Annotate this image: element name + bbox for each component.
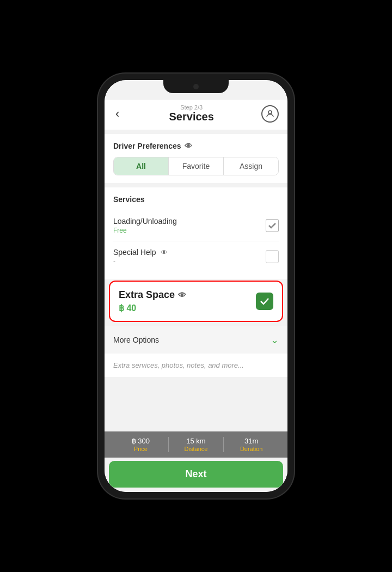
price-value: ฿ 300 [132, 437, 150, 445]
distance-value: 15 km [186, 437, 205, 445]
service-loading-price: Free [113, 227, 177, 234]
special-help-eye-icon: 👁 [161, 248, 168, 257]
price-label: Price [134, 446, 148, 452]
tab-favorite[interactable]: Favorite [169, 157, 224, 175]
price-stat: ฿ 300 Price [113, 437, 169, 452]
service-loading-info: Loading/Unloading Free [113, 217, 177, 234]
service-special-help-name: Special Help 👁 [113, 248, 168, 257]
extra-space-name: Extra Space 👁 [119, 289, 186, 301]
next-button[interactable]: Next [109, 461, 283, 488]
duration-stat: 31m Duration [224, 437, 279, 452]
service-loading-name: Loading/Unloading [113, 217, 177, 226]
header: ‹ Step 2/3 Services [105, 100, 287, 130]
service-special-help: Special Help 👁 - [113, 241, 279, 272]
more-options-chevron-icon: ⌄ [271, 334, 279, 346]
service-special-help-info: Special Help 👁 - [113, 248, 168, 265]
summary-bar: ฿ 300 Price 15 km Distance 31m Duration [105, 431, 287, 458]
more-options-label: More Options [113, 336, 159, 344]
bottom-actions: Next [105, 458, 287, 492]
extra-space-eye-icon: 👁 [178, 290, 186, 300]
extra-space-info: Extra Space 👁 ฿ 40 [119, 289, 186, 313]
service-loading-unloading: Loading/Unloading Free [113, 210, 279, 241]
driver-preferences-eye-icon: 👁 [185, 142, 192, 150]
profile-button[interactable] [261, 105, 279, 123]
extra-space-section: Extra Space 👁 ฿ 40 [109, 281, 283, 322]
driver-preferences-section: Driver Preferences 👁 All Favorite Assign [105, 134, 287, 183]
more-options-row[interactable]: More Options ⌄ [105, 326, 287, 354]
back-button[interactable]: ‹ [113, 105, 121, 123]
services-section: Services Loading/Unloading Free [105, 187, 287, 279]
duration-value: 31m [244, 437, 258, 445]
extra-space-price: ฿ 40 [119, 303, 186, 313]
main-content: Driver Preferences 👁 All Favorite Assign… [105, 130, 287, 427]
tab-all[interactable]: All [114, 157, 169, 175]
duration-label: Duration [240, 446, 263, 452]
header-center: Step 2/3 Services [169, 104, 214, 123]
service-special-help-price: - [113, 258, 168, 265]
driver-preferences-tabs: All Favorite Assign [113, 157, 279, 175]
extra-space-checkbox[interactable] [256, 293, 273, 310]
more-options-description: Extra services, photos, notes, and more.… [105, 354, 287, 377]
services-title: Services [113, 195, 279, 204]
svg-point-0 [268, 111, 272, 114]
distance-label: Distance [185, 446, 208, 452]
distance-stat: 15 km Distance [169, 437, 224, 452]
step-indicator: Step 2/3 [169, 104, 214, 111]
driver-preferences-title: Driver Preferences 👁 [113, 142, 279, 150]
tab-assign[interactable]: Assign [224, 157, 278, 175]
service-loading-checkbox[interactable] [266, 219, 279, 232]
page-title: Services [169, 111, 214, 123]
service-special-help-checkbox[interactable] [266, 250, 279, 263]
